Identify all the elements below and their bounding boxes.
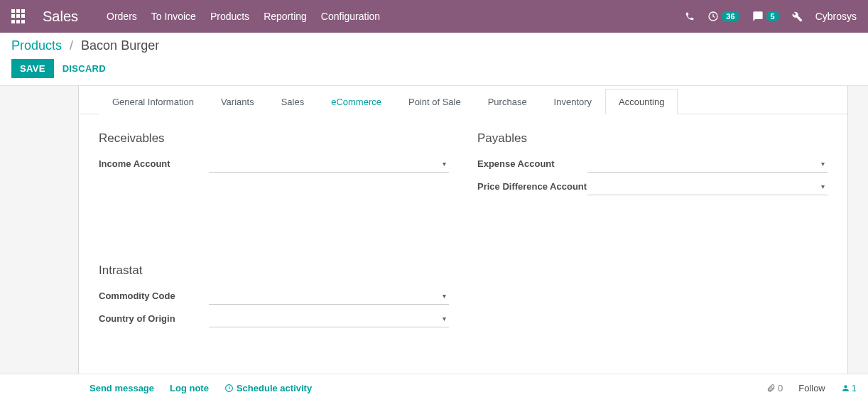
send-message-link[interactable]: Send message [89, 383, 154, 393]
input-income-account[interactable]: ▾ [209, 156, 449, 173]
field-commodity-code: Commodity Code ▾ [99, 288, 449, 306]
save-button[interactable]: SAVE [11, 59, 54, 78]
label-commodity-code: Commodity Code [99, 288, 209, 301]
paperclip-icon [766, 384, 776, 393]
menu-reporting[interactable]: Reporting [264, 11, 307, 22]
phone-icon[interactable] [685, 11, 695, 21]
label-country-origin: Country of Origin [99, 310, 209, 324]
tab-general[interactable]: General Information [99, 89, 207, 114]
label-price-diff: Price Difference Account [477, 178, 587, 192]
field-income-account: Income Account ▾ [99, 156, 449, 174]
field-expense-account: Expense Account ▾ [477, 156, 828, 174]
field-country-origin: Country of Origin ▾ [99, 310, 449, 329]
breadcrumb-sep: / [65, 38, 77, 53]
form-body: Receivables Income Account ▾ Intrastat C… [79, 114, 847, 376]
nav-right: 36 5 Cybrosys [685, 11, 857, 22]
section-receivables: Receivables [99, 131, 449, 146]
schedule-activity-label: Schedule activity [237, 383, 312, 393]
chevron-down-icon: ▾ [821, 160, 825, 168]
input-price-diff[interactable]: ▾ [587, 178, 828, 195]
menu-configuration[interactable]: Configuration [321, 11, 380, 22]
breadcrumb-root[interactable]: Products [11, 38, 62, 53]
section-intrastat: Intrastat [99, 264, 449, 278]
input-expense-account[interactable]: ▾ [587, 156, 828, 173]
label-income-account: Income Account [99, 156, 209, 169]
left-column: Receivables Income Account ▾ Intrastat C… [99, 131, 449, 333]
followers-count[interactable]: 1 [841, 383, 857, 393]
control-panel: Products / Bacon Burger SAVE DISCARD [0, 33, 868, 86]
chevron-down-icon: ▾ [443, 160, 446, 168]
form-sheet: General Information Variants Sales eComm… [78, 86, 848, 384]
discard-button[interactable]: DISCARD [61, 59, 107, 78]
section-payables: Payables [477, 131, 828, 146]
followers-number: 1 [852, 383, 857, 393]
input-country-origin[interactable]: ▾ [209, 310, 449, 327]
attachments-number: 0 [778, 383, 783, 393]
input-commodity-code[interactable]: ▾ [209, 288, 449, 305]
tools-icon[interactable] [792, 11, 803, 22]
menu-orders[interactable]: Orders [107, 11, 137, 22]
topbar: Sales Orders To Invoice Products Reporti… [0, 0, 868, 33]
tab-accounting[interactable]: Accounting [605, 89, 678, 114]
menu-to-invoice[interactable]: To Invoice [151, 11, 196, 22]
activities-badge: 36 [722, 11, 739, 21]
person-icon [841, 384, 850, 393]
chevron-down-icon: ▾ [443, 292, 446, 300]
label-expense-account: Expense Account [477, 156, 587, 169]
user-name[interactable]: Cybrosys [815, 11, 857, 22]
field-price-diff: Price Difference Account ▾ [477, 178, 828, 197]
apps-icon[interactable] [11, 9, 26, 23]
clock-icon [224, 384, 234, 393]
breadcrumb: Products / Bacon Burger [11, 38, 857, 53]
tab-bar: General Information Variants Sales eComm… [79, 86, 847, 114]
app-name: Sales [43, 9, 78, 25]
activities-icon[interactable]: 36 [707, 11, 739, 22]
tab-sales[interactable]: Sales [268, 89, 318, 114]
tab-pos[interactable]: Point of Sale [395, 89, 474, 114]
chatter: Send message Log note Schedule activity … [0, 374, 868, 402]
schedule-activity-link[interactable]: Schedule activity [224, 383, 312, 393]
main-menu: Orders To Invoice Products Reporting Con… [107, 11, 380, 22]
follow-button[interactable]: Follow [798, 383, 825, 393]
menu-products[interactable]: Products [210, 11, 249, 22]
tab-purchase[interactable]: Purchase [474, 89, 541, 114]
chevron-down-icon: ▾ [443, 315, 446, 322]
tab-ecommerce[interactable]: eCommerce [318, 89, 395, 114]
chevron-down-icon: ▾ [821, 183, 825, 190]
chatter-right: 0 Follow 1 [766, 383, 857, 393]
messages-icon[interactable]: 5 [752, 11, 779, 22]
right-column: Payables Expense Account ▾ Price Differe… [477, 131, 828, 333]
tab-variants[interactable]: Variants [207, 89, 268, 114]
sheet-background: General Information Variants Sales eComm… [0, 86, 868, 384]
cp-buttons: SAVE DISCARD [11, 59, 857, 78]
breadcrumb-current: Bacon Burger [81, 38, 159, 53]
log-note-link[interactable]: Log note [170, 383, 209, 393]
attachments-count[interactable]: 0 [766, 383, 783, 393]
tab-inventory[interactable]: Inventory [541, 89, 605, 114]
messages-badge: 5 [766, 11, 779, 21]
